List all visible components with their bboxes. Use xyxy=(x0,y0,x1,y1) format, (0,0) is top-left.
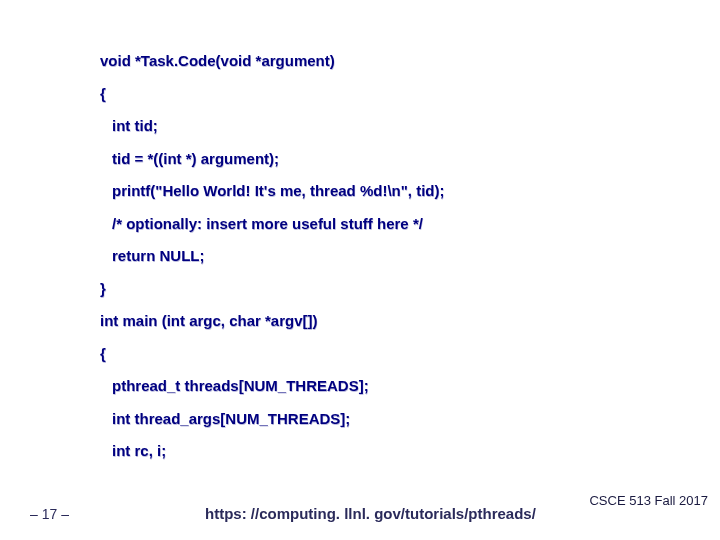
code-line: pthread_t threads[NUM_THREADS]; xyxy=(100,375,680,398)
code-line: int thread_args[NUM_THREADS]; xyxy=(100,408,680,431)
code-line: return NULL; xyxy=(100,245,680,268)
page-number: – 17 – xyxy=(30,506,69,522)
code-line: tid = *((int *) argument); xyxy=(100,148,680,171)
code-line: { xyxy=(100,83,680,106)
code-line: printf("Hello World! It's me, thread %d!… xyxy=(100,180,680,203)
footer-url: https: //computing. llnl. gov/tutorials/… xyxy=(205,505,536,522)
code-block: void *Task.Code(void *argument) { int ti… xyxy=(100,50,680,473)
code-line: { xyxy=(100,343,680,366)
code-line: /* optionally: insert more useful stuff … xyxy=(100,213,680,236)
code-line: int main (int argc, char *argv[]) xyxy=(100,310,680,333)
code-line: } xyxy=(100,278,680,301)
code-line: int rc, i; xyxy=(100,440,680,463)
code-line: void *Task.Code(void *argument) xyxy=(100,50,680,73)
code-line: int tid; xyxy=(100,115,680,138)
course-label: CSCE 513 Fall 2017 xyxy=(589,493,708,508)
